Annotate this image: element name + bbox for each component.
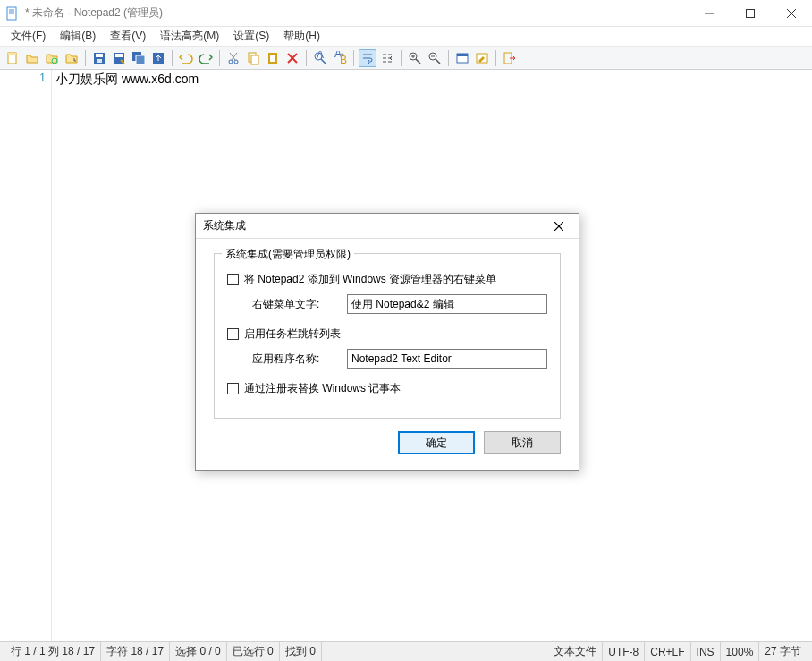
app-icon	[5, 6, 20, 21]
ok-button[interactable]: 确定	[398, 431, 475, 454]
line-number: 1	[0, 72, 46, 84]
status-chars: 字符 18 / 17	[101, 642, 170, 661]
copy-icon[interactable]	[244, 49, 262, 67]
menu-syntax[interactable]: 语法高亮(M)	[153, 27, 226, 46]
browse-icon[interactable]	[43, 49, 61, 67]
context-text-input[interactable]	[347, 294, 547, 314]
menu-bar: 文件(F) 编辑(B) 查看(V) 语法高亮(M) 设置(S) 帮助(H)	[0, 27, 812, 47]
appname-label: 应用程序名称:	[252, 352, 338, 367]
groupbox-title: 系统集成(需要管理员权限)	[222, 247, 354, 262]
system-integration-dialog: 系统集成 系统集成(需要管理员权限) 将 Notepad2 添加到 Window…	[195, 213, 579, 471]
status-selrows: 已选行 0	[227, 642, 280, 661]
dialog-title: 系统集成	[203, 218, 246, 233]
replace-notepad-checkbox[interactable]	[227, 383, 239, 394]
appname-input[interactable]	[347, 349, 547, 369]
status-line-col: 行 1 / 1 列 18 / 17	[5, 642, 101, 661]
dialog-titlebar[interactable]: 系统集成	[196, 214, 579, 239]
svg-rect-12	[96, 54, 103, 57]
svg-rect-17	[136, 55, 145, 64]
cut-icon[interactable]	[224, 49, 242, 67]
redo-icon[interactable]	[197, 49, 215, 67]
customize-icon[interactable]	[473, 49, 491, 67]
new-file-icon[interactable]	[4, 49, 21, 67]
revert-icon[interactable]	[149, 49, 167, 67]
menu-settings[interactable]: 设置(S)	[226, 27, 276, 46]
svg-rect-22	[251, 55, 258, 64]
save-icon[interactable]	[90, 49, 108, 67]
save-copy-icon[interactable]	[130, 49, 148, 67]
recent-icon[interactable]	[63, 49, 80, 67]
replace-notepad-label: 通过注册表替换 Windows 记事本	[244, 381, 401, 396]
exit-icon[interactable]	[501, 49, 519, 67]
zoom-in-icon[interactable]	[406, 49, 424, 67]
menu-view[interactable]: 查看(V)	[103, 27, 153, 46]
svg-text:A: A	[317, 51, 324, 61]
svg-rect-24	[270, 55, 275, 62]
status-sel: 选择 0 / 0	[170, 642, 227, 661]
replace-icon[interactable]: AB	[331, 49, 349, 67]
menu-edit[interactable]: 编辑(B)	[53, 27, 103, 46]
open-file-icon[interactable]	[23, 49, 41, 67]
word-wrap-icon[interactable]	[359, 49, 376, 67]
context-menu-label: 将 Notepad2 添加到 Windows 资源管理器的右键菜单	[244, 272, 496, 287]
svg-point-19	[229, 60, 233, 64]
svg-rect-5	[747, 9, 755, 17]
context-text-label: 右键菜单文字:	[252, 297, 338, 312]
menu-help[interactable]: 帮助(H)	[276, 27, 327, 46]
svg-rect-9	[8, 53, 16, 55]
svg-line-39	[416, 59, 420, 64]
find-icon[interactable]: A	[311, 49, 329, 67]
close-button[interactable]	[771, 0, 812, 27]
status-bytes: 27 字节	[759, 642, 807, 661]
line-numbers-icon[interactable]	[378, 49, 396, 67]
undo-icon[interactable]	[177, 49, 195, 67]
delete-icon[interactable]	[283, 49, 301, 67]
status-mode[interactable]: INS	[691, 642, 721, 661]
paste-icon[interactable]	[264, 49, 282, 67]
svg-rect-15	[115, 54, 123, 57]
cancel-button[interactable]: 取消	[484, 431, 561, 454]
scheme-icon[interactable]	[453, 49, 471, 67]
svg-line-43	[436, 59, 440, 64]
save-as-icon[interactable]	[110, 49, 128, 67]
zoom-out-icon[interactable]	[426, 49, 444, 67]
jumplist-checkbox[interactable]	[227, 328, 239, 340]
svg-point-20	[234, 60, 238, 64]
svg-rect-46	[457, 54, 468, 56]
dialog-close-button[interactable]	[546, 216, 571, 236]
svg-rect-13	[97, 59, 102, 63]
minimize-button[interactable]	[689, 0, 730, 27]
window-title: * 未命名 - Notepad2 (管理员)	[25, 5, 163, 21]
menu-file[interactable]: 文件(F)	[4, 27, 53, 46]
status-zoom[interactable]: 100%	[721, 642, 760, 661]
line-gutter: 1	[0, 70, 52, 641]
window-titlebar: * 未命名 - Notepad2 (管理员)	[0, 0, 812, 27]
status-encoding[interactable]: UTF-8	[603, 642, 645, 661]
status-find: 找到 0	[280, 642, 322, 661]
status-filetype[interactable]: 文本文件	[548, 642, 603, 661]
jumplist-label: 启用任务栏跳转列表	[244, 326, 341, 342]
maximize-button[interactable]	[730, 0, 771, 27]
status-bar: 行 1 / 1 列 18 / 17 字符 18 / 17 选择 0 / 0 已选…	[0, 641, 812, 661]
status-eol[interactable]: CR+LF	[645, 642, 690, 661]
context-menu-checkbox[interactable]	[227, 274, 239, 285]
integration-groupbox: 系统集成(需要管理员权限) 将 Notepad2 添加到 Windows 资源管…	[214, 253, 561, 419]
toolbar: A AB	[0, 47, 812, 70]
